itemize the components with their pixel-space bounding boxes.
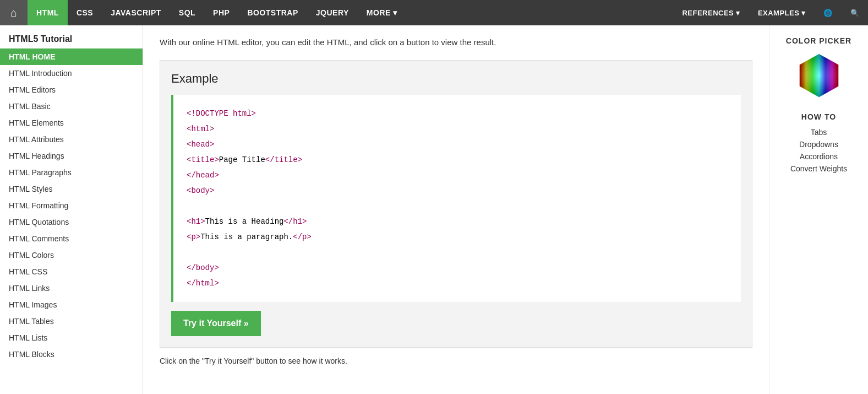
nav-globe[interactable]: 🌐	[815, 0, 842, 25]
sidebar-item-html-home[interactable]: HTML HOME	[0, 48, 143, 65]
nav-bootstrap[interactable]: BOOTSTRAP	[238, 0, 307, 25]
sidebar: HTML5 Tutorial HTML HOME HTML Introducti…	[0, 25, 143, 394]
code-line-2: <html>	[187, 121, 728, 137]
sidebar-item-html-editors[interactable]: HTML Editors	[0, 82, 143, 98]
sidebar-item-html-comments[interactable]: HTML Comments	[0, 230, 143, 247]
sidebar-item-html-intro[interactable]: HTML Introduction	[0, 65, 143, 82]
intro-text: With our online HTML editor, you can edi…	[160, 36, 752, 49]
nav-jquery[interactable]: JQUERY	[307, 0, 358, 25]
home-button[interactable]: ⌂	[0, 0, 28, 25]
code-line-4: <title>Page Title</title>	[187, 152, 728, 168]
sidebar-item-html-links[interactable]: HTML Links	[0, 280, 143, 296]
nav-examples[interactable]: EXAMPLES ▾	[749, 0, 815, 25]
code-line-11: </body>	[187, 260, 728, 276]
sidebar-item-html-attributes[interactable]: HTML Attributes	[0, 131, 143, 148]
sidebar-item-html-lists[interactable]: HTML Lists	[0, 330, 143, 346]
how-to-tabs[interactable]: Tabs	[775, 128, 862, 137]
code-line-5: </head>	[187, 168, 728, 183]
code-line-1: <!DOCTYPE html>	[187, 106, 728, 121]
sidebar-item-html-quotations[interactable]: HTML Quotations	[0, 214, 143, 230]
nav-search[interactable]: 🔍	[842, 0, 869, 25]
nav-css[interactable]: CSS	[68, 0, 102, 25]
code-line-7	[187, 198, 728, 214]
sidebar-item-html-styles[interactable]: HTML Styles	[0, 181, 143, 197]
topnav-right-group: REFERENCES ▾ EXAMPLES ▾ 🌐 🔍	[673, 0, 868, 25]
how-to-title: HOW TO	[775, 112, 862, 121]
try-it-yourself-button[interactable]: Try it Yourself »	[171, 311, 261, 336]
color-picker-title: COLOR PICKER	[775, 36, 862, 45]
code-line-3: <head>	[187, 137, 728, 152]
example-title: Example	[171, 72, 741, 86]
sidebar-item-html-basic[interactable]: HTML Basic	[0, 98, 143, 115]
color-picker-widget[interactable]	[794, 52, 844, 101]
main-content: With our online HTML editor, you can edi…	[143, 25, 769, 394]
nav-more[interactable]: MORE ▾	[358, 0, 406, 25]
sidebar-item-html-tables[interactable]: HTML Tables	[0, 313, 143, 330]
bottom-text: Click on the "Try it Yourself" button to…	[160, 357, 752, 365]
example-box: Example <!DOCTYPE html> <html> <head> <t…	[160, 60, 752, 348]
sidebar-item-html-blocks[interactable]: HTML Blocks	[0, 346, 143, 363]
how-to-dropdowns[interactable]: Dropdowns	[775, 140, 862, 149]
code-line-9: <p>This is a paragraph.</p>	[187, 229, 728, 245]
code-line-10	[187, 245, 728, 260]
code-line-8: <h1>This is a Heading</h1>	[187, 214, 728, 229]
code-line-12: </html>	[187, 276, 728, 291]
page-layout: HTML5 Tutorial HTML HOME HTML Introducti…	[0, 25, 868, 394]
nav-php[interactable]: PHP	[204, 0, 238, 25]
nav-references[interactable]: REFERENCES ▾	[673, 0, 749, 25]
sidebar-item-html-headings[interactable]: HTML Headings	[0, 148, 143, 164]
sidebar-item-html-paragraphs[interactable]: HTML Paragraphs	[0, 164, 143, 181]
sidebar-item-html-css[interactable]: HTML CSS	[0, 263, 143, 280]
sidebar-item-html-images[interactable]: HTML Images	[0, 296, 143, 313]
nav-html[interactable]: HTML	[28, 0, 68, 25]
svg-marker-1	[799, 54, 838, 97]
code-line-6: <body>	[187, 183, 728, 198]
sidebar-item-html-colors[interactable]: HTML Colors	[0, 247, 143, 263]
nav-javascript[interactable]: JAVASCRIPT	[102, 0, 170, 25]
code-block: <!DOCTYPE html> <html> <head> <title>Pag…	[171, 95, 741, 302]
top-navigation: ⌂ HTML CSS JAVASCRIPT SQL PHP BOOTSTRAP …	[0, 0, 868, 25]
nav-sql[interactable]: SQL	[170, 0, 204, 25]
sidebar-title: HTML5 Tutorial	[0, 25, 143, 48]
sidebar-item-html-formatting[interactable]: HTML Formatting	[0, 197, 143, 214]
how-to-accordions[interactable]: Accordions	[775, 152, 862, 161]
sidebar-item-html-elements[interactable]: HTML Elements	[0, 115, 143, 131]
how-to-convert-weights[interactable]: Convert Weights	[775, 164, 862, 173]
right-sidebar: COLOR PICKER	[769, 25, 868, 394]
